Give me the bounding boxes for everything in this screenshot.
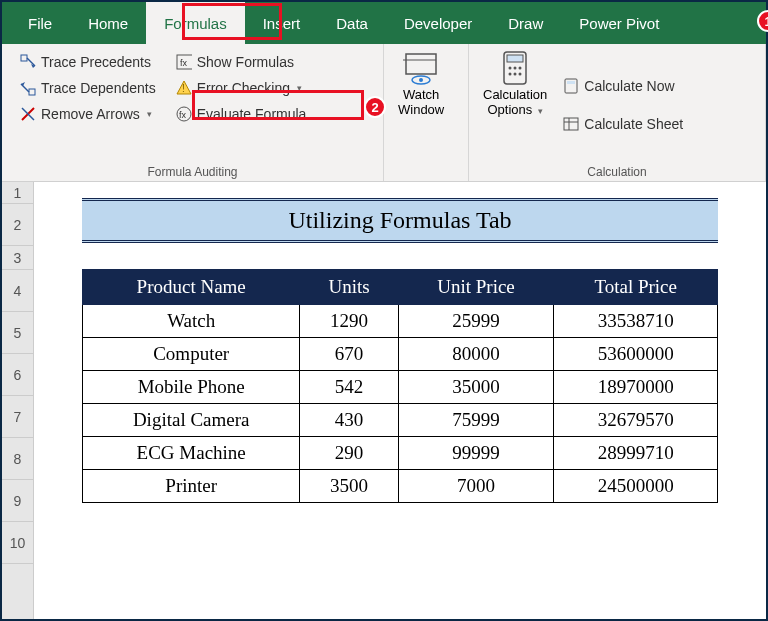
tab-powerpivot[interactable]: Power Pivot: [561, 2, 677, 44]
calculator-icon: [497, 50, 533, 86]
cell-units[interactable]: 430: [300, 404, 398, 437]
trace-precedents-icon: [20, 54, 36, 70]
show-formulas-label: Show Formulas: [197, 54, 294, 70]
svg-rect-0: [21, 55, 27, 61]
trace-precedents-label: Trace Precedents: [41, 54, 151, 70]
svg-point-17: [419, 78, 423, 82]
tab-home[interactable]: Home: [70, 2, 146, 44]
svg-rect-28: [564, 118, 578, 130]
group-label-formula-auditing: Formula Auditing: [10, 161, 375, 181]
calculate-now-button[interactable]: Calculate Now: [559, 76, 687, 96]
tab-developer[interactable]: Developer: [386, 2, 490, 44]
svg-point-24: [514, 73, 517, 76]
tab-data[interactable]: Data: [318, 2, 386, 44]
cell-unit_price[interactable]: 25999: [398, 305, 554, 338]
svg-point-20: [509, 67, 512, 70]
row-header[interactable]: 4: [2, 270, 33, 312]
col-total[interactable]: Total Price: [554, 270, 718, 305]
row-headers: 1 2 3 4 5 6 7 8 9 10: [2, 182, 34, 619]
calculate-now-icon: [563, 78, 579, 94]
trace-dependents-label: Trace Dependents: [41, 80, 156, 96]
row-header[interactable]: 6: [2, 354, 33, 396]
cell-unit_price[interactable]: 99999: [398, 437, 554, 470]
col-units[interactable]: Units: [300, 270, 398, 305]
row-header[interactable]: 9: [2, 480, 33, 522]
calculation-options-button[interactable]: CalculationOptions ▾: [477, 48, 553, 161]
error-checking-button[interactable]: ! Error Checking ▾: [172, 78, 311, 98]
calculate-sheet-icon: [563, 116, 579, 132]
cell-units[interactable]: 670: [300, 338, 398, 371]
remove-arrows-button[interactable]: Remove Arrows ▾: [16, 104, 160, 124]
cell-product[interactable]: Mobile Phone: [83, 371, 300, 404]
show-formulas-button[interactable]: fx Show Formulas: [172, 52, 311, 72]
tab-formulas[interactable]: Formulas: [146, 2, 245, 44]
col-product[interactable]: Product Name: [83, 270, 300, 305]
cell-total[interactable]: 24500000: [554, 470, 718, 503]
trace-precedents-button[interactable]: Trace Precedents: [16, 52, 160, 72]
row-header[interactable]: 10: [2, 522, 33, 564]
row-header[interactable]: 8: [2, 438, 33, 480]
cell-total[interactable]: 28999710: [554, 437, 718, 470]
cell-product[interactable]: Digital Camera: [83, 404, 300, 437]
calculate-sheet-label: Calculate Sheet: [584, 116, 683, 132]
cell-units[interactable]: 290: [300, 437, 398, 470]
tab-draw[interactable]: Draw: [490, 2, 561, 44]
svg-point-22: [519, 67, 522, 70]
tab-insert[interactable]: Insert: [245, 2, 319, 44]
trace-dependents-icon: [20, 80, 36, 96]
chevron-down-icon: ▾: [538, 106, 543, 116]
col-unit-price[interactable]: Unit Price: [398, 270, 554, 305]
cell-units[interactable]: 542: [300, 371, 398, 404]
cell-unit_price[interactable]: 75999: [398, 404, 554, 437]
row-header[interactable]: 1: [2, 182, 33, 204]
watch-window-button[interactable]: WatchWindow: [392, 48, 450, 175]
row-header[interactable]: 2: [2, 204, 33, 246]
cell-product[interactable]: Watch: [83, 305, 300, 338]
ribbon-group-formula-auditing: Trace Precedents Trace Dependents Remove…: [2, 44, 384, 181]
evaluate-formula-button[interactable]: fx Evaluate Formula: [172, 104, 311, 124]
cell-product[interactable]: Printer: [83, 470, 300, 503]
show-formulas-icon: fx: [176, 54, 192, 70]
evaluate-formula-icon: fx: [176, 106, 192, 122]
table-row: Computer6708000053600000: [83, 338, 718, 371]
watch-window-icon: [403, 50, 439, 86]
group-label-calculation: Calculation: [477, 161, 757, 181]
cell-total[interactable]: 53600000: [554, 338, 718, 371]
tab-file[interactable]: File: [10, 2, 70, 44]
remove-arrows-label: Remove Arrows: [41, 106, 140, 122]
trace-dependents-button[interactable]: Trace Dependents: [16, 78, 160, 98]
svg-point-21: [514, 67, 517, 70]
row-header[interactable]: 5: [2, 312, 33, 354]
worksheet: 1 2 3 4 5 6 7 8 9 10 Utilizing Formulas …: [2, 182, 766, 619]
cell-unit_price[interactable]: 35000: [398, 371, 554, 404]
cell-total[interactable]: 18970000: [554, 371, 718, 404]
ribbon-group-calculation: CalculationOptions ▾ Calculate Now Calcu…: [469, 44, 766, 181]
cell-total[interactable]: 33538710: [554, 305, 718, 338]
svg-text:!: !: [182, 83, 185, 94]
svg-rect-27: [567, 81, 575, 84]
calculation-options-label: CalculationOptions ▾: [483, 88, 547, 118]
chevron-down-icon: ▾: [297, 83, 302, 93]
row-header[interactable]: 3: [2, 246, 33, 270]
evaluate-formula-label: Evaluate Formula: [197, 106, 307, 122]
cell-total[interactable]: 32679570: [554, 404, 718, 437]
cell-unit_price[interactable]: 7000: [398, 470, 554, 503]
grid-area[interactable]: Utilizing Formulas Tab Product Name Unit…: [34, 182, 766, 619]
menu-tabbar: File Home Formulas Insert Data Developer…: [2, 2, 766, 44]
table-row: Printer3500700024500000: [83, 470, 718, 503]
svg-text:fx: fx: [179, 110, 187, 120]
cell-product[interactable]: Computer: [83, 338, 300, 371]
error-checking-label: Error Checking: [197, 80, 290, 96]
callout-1: 1: [757, 10, 768, 32]
callout-2: 2: [364, 96, 386, 118]
group-label-watch: [392, 175, 460, 181]
row-header[interactable]: 7: [2, 396, 33, 438]
cell-unit_price[interactable]: 80000: [398, 338, 554, 371]
error-checking-icon: !: [176, 80, 192, 96]
sheet-title[interactable]: Utilizing Formulas Tab: [82, 198, 718, 243]
cell-units[interactable]: 3500: [300, 470, 398, 503]
cell-units[interactable]: 1290: [300, 305, 398, 338]
cell-product[interactable]: ECG Machine: [83, 437, 300, 470]
calculate-sheet-button[interactable]: Calculate Sheet: [559, 114, 687, 134]
watch-window-label: WatchWindow: [398, 88, 444, 118]
